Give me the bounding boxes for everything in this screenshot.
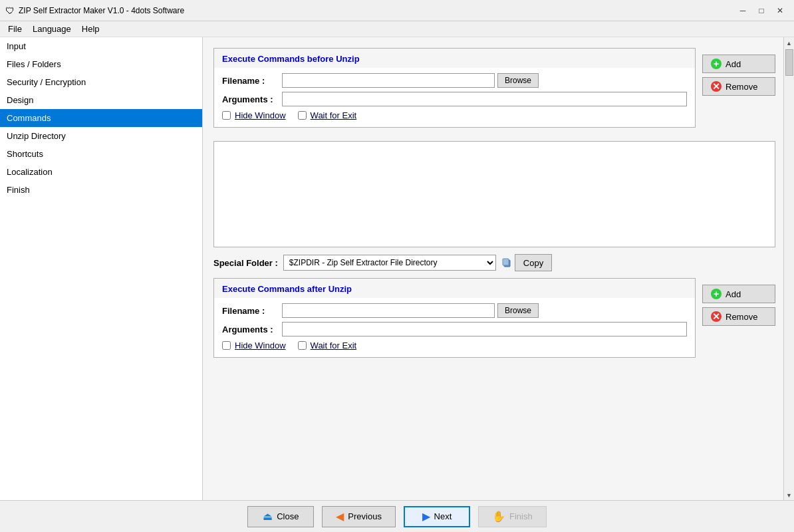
- before-remove-icon: ✕: [711, 81, 722, 92]
- before-arguments-label: Arguments :: [222, 94, 282, 104]
- execute-before-title: Execute Commands before Unzip: [214, 49, 695, 68]
- before-hide-window-label[interactable]: Hide Window: [235, 110, 286, 120]
- before-wait-exit-label[interactable]: Wait for Exit: [311, 110, 357, 120]
- before-remove-label: Remove: [726, 82, 757, 92]
- sidebar-item-input[interactable]: Input: [0, 37, 202, 55]
- main-layout: Input Files / Folders Security / Encrypt…: [0, 37, 794, 500]
- execute-after-title: Execute Commands after Unzip: [214, 279, 695, 298]
- empty-section: [213, 141, 775, 247]
- finish-button[interactable]: ✋ Finish: [478, 506, 547, 527]
- sidebar: Input Files / Folders Security / Encrypt…: [0, 37, 203, 500]
- after-checkbox-row: Hide Window Wait for Exit: [222, 340, 687, 350]
- sidebar-item-shortcuts[interactable]: Shortcuts: [0, 145, 202, 163]
- next-button[interactable]: ▶ Next: [404, 506, 470, 527]
- after-arguments-row: Arguments :: [222, 322, 687, 336]
- sidebar-item-commands[interactable]: Commands: [0, 109, 202, 127]
- content-inner: Execute Commands before Unzip Filename :…: [203, 37, 783, 382]
- after-side-actions: + Add ✕ Remove: [696, 278, 775, 326]
- menu-language[interactable]: Language: [27, 23, 76, 35]
- menu-file[interactable]: File: [3, 23, 27, 35]
- before-filename-input[interactable]: [282, 73, 495, 88]
- content-scroll: Execute Commands before Unzip Filename :…: [203, 37, 783, 500]
- finish-icon: ✋: [492, 510, 505, 523]
- special-folder-row: Special Folder : $ZIPDIR - Zip Self Extr…: [213, 254, 775, 271]
- execute-before-box: Execute Commands before Unzip Filename :…: [213, 48, 696, 128]
- minimize-button[interactable]: ─: [734, 3, 751, 18]
- after-add-icon: +: [711, 289, 722, 299]
- next-icon: ▶: [422, 510, 430, 523]
- window-controls: ─ □ ✕: [734, 3, 789, 18]
- after-add-label: Add: [726, 289, 741, 299]
- svg-rect-1: [503, 259, 509, 265]
- close-window-button[interactable]: ✕: [771, 3, 789, 18]
- before-add-button[interactable]: + Add: [702, 55, 775, 73]
- close-button[interactable]: ⏏ Close: [247, 506, 314, 527]
- close-label: Close: [277, 511, 299, 521]
- copy-btn-container: Copy: [501, 254, 552, 271]
- after-arguments-input[interactable]: [282, 322, 687, 336]
- after-remove-button[interactable]: ✕ Remove: [702, 307, 775, 326]
- execute-before-section: Execute Commands before Unzip Filename :…: [213, 48, 775, 136]
- app-title: ZIP Self Extractor Maker V1.0 - 4dots So…: [19, 6, 184, 15]
- before-add-icon: +: [711, 59, 722, 69]
- previous-label: Previous: [348, 511, 382, 521]
- sidebar-item-finish[interactable]: Finish: [0, 181, 202, 199]
- finish-label: Finish: [509, 511, 533, 521]
- execute-after-box: Execute Commands after Unzip Filename : …: [213, 278, 696, 358]
- before-arguments-input[interactable]: [282, 92, 687, 106]
- execute-after-section: Execute Commands after Unzip Filename : …: [213, 278, 775, 366]
- copy-icon: [501, 257, 512, 268]
- title-bar: 🛡 ZIP Self Extractor Maker V1.0 - 4dots …: [0, 0, 794, 21]
- before-side-actions: + Add ✕ Remove: [696, 48, 775, 96]
- after-hide-window-label[interactable]: Hide Window: [235, 340, 286, 350]
- sidebar-item-security[interactable]: Security / Encryption: [0, 73, 202, 91]
- scroll-up-arrow[interactable]: ▲: [785, 39, 794, 48]
- after-arguments-label: Arguments :: [222, 325, 282, 334]
- next-label: Next: [434, 511, 452, 521]
- special-folder-select[interactable]: $ZIPDIR - Zip Self Extractor File Direct…: [283, 255, 496, 271]
- execute-after-content: Filename : Browse Arguments : Hide Windo…: [214, 298, 695, 357]
- before-add-label: Add: [726, 59, 741, 69]
- maximize-button[interactable]: □: [753, 3, 770, 18]
- before-browse-button[interactable]: Browse: [497, 73, 539, 88]
- scroll-thumb[interactable]: [785, 49, 793, 76]
- before-filename-row: Filename : Browse: [222, 73, 687, 88]
- menu-bar: File Language Help: [0, 21, 794, 37]
- after-wait-exit-label[interactable]: Wait for Exit: [311, 340, 357, 350]
- special-folder-label: Special Folder :: [213, 258, 278, 268]
- before-hide-window-checkbox[interactable]: [222, 111, 231, 120]
- execute-before-content: Filename : Browse Arguments : Hide Windo…: [214, 68, 695, 127]
- before-remove-button[interactable]: ✕ Remove: [702, 77, 775, 96]
- after-filename-label: Filename :: [222, 306, 282, 316]
- after-remove-label: Remove: [726, 312, 757, 322]
- bottom-bar: ⏏ Close ◀ Previous ▶ Next ✋ Finish: [0, 500, 794, 532]
- after-add-button[interactable]: + Add: [702, 285, 775, 303]
- sidebar-item-unzip-directory[interactable]: Unzip Directory: [0, 127, 202, 145]
- previous-button[interactable]: ◀ Previous: [322, 506, 396, 527]
- after-filename-row: Filename : Browse: [222, 303, 687, 318]
- app-icon: 🛡: [5, 5, 15, 16]
- scroll-down-arrow[interactable]: ▼: [785, 491, 794, 500]
- before-arguments-row: Arguments :: [222, 92, 687, 106]
- sidebar-item-design[interactable]: Design: [0, 91, 202, 109]
- after-hide-window-checkbox[interactable]: [222, 341, 231, 350]
- sidebar-item-localization[interactable]: Localization: [0, 163, 202, 181]
- after-remove-icon: ✕: [711, 311, 722, 322]
- menu-help[interactable]: Help: [76, 23, 105, 35]
- before-checkbox-row: Hide Window Wait for Exit: [222, 110, 687, 120]
- before-filename-label: Filename :: [222, 76, 282, 86]
- after-wait-exit-checkbox[interactable]: [298, 341, 307, 350]
- after-filename-input[interactable]: [282, 303, 495, 318]
- content-wrapper: Execute Commands before Unzip Filename :…: [203, 37, 794, 500]
- previous-icon: ◀: [336, 510, 344, 523]
- close-icon: ⏏: [263, 510, 273, 523]
- before-wait-exit-checkbox[interactable]: [298, 111, 307, 120]
- sidebar-item-files-folders[interactable]: Files / Folders: [0, 55, 202, 73]
- after-browse-button[interactable]: Browse: [497, 303, 539, 318]
- right-scrollbar[interactable]: ▲ ▼: [783, 37, 794, 500]
- copy-button[interactable]: Copy: [515, 254, 552, 271]
